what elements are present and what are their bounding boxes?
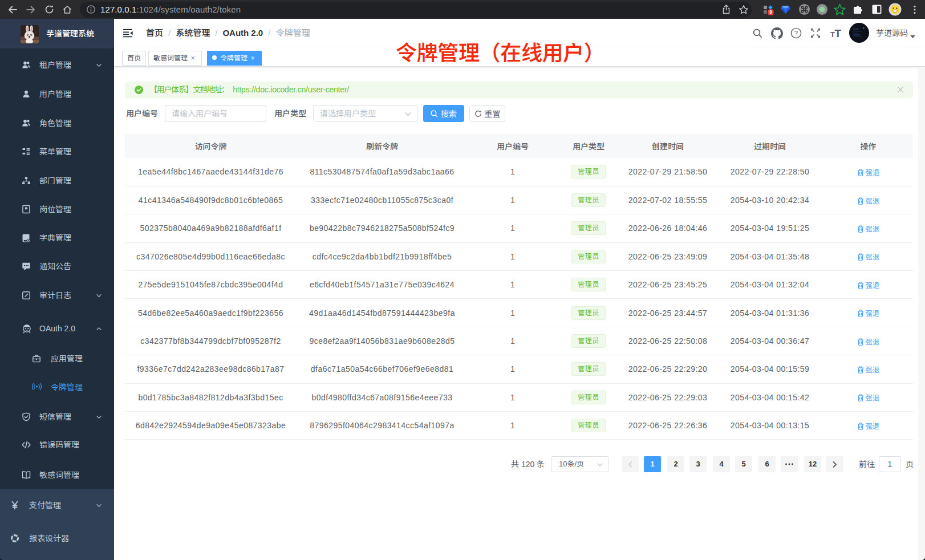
- svg-text:9: 9: [769, 9, 772, 15]
- svg-text:T: T: [835, 27, 842, 39]
- svg-text:?: ?: [794, 30, 798, 36]
